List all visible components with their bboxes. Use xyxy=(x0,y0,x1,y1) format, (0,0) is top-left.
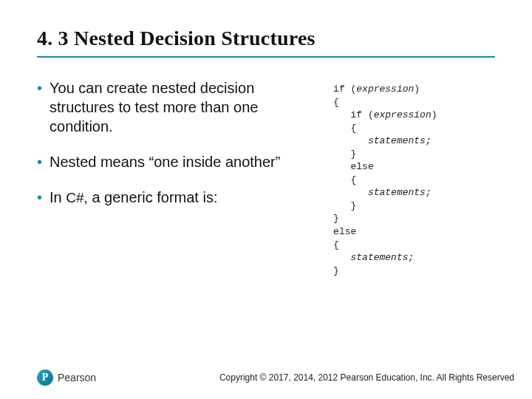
bullet-text-part: a generic format is: xyxy=(92,189,217,205)
code-line: { xyxy=(333,174,356,185)
footer: P Pearson Copyright © 2017, 2014, 2012 P… xyxy=(37,369,514,386)
code-line xyxy=(333,135,368,146)
publisher-logo: P Pearson xyxy=(37,369,96,386)
bullet-dot-icon: • xyxy=(37,78,42,136)
code-line: ) xyxy=(432,109,437,120)
bullet-text: You can create nested decision structure… xyxy=(50,78,320,136)
bullet-text-part: In xyxy=(50,189,62,205)
code-line: else xyxy=(333,226,356,237)
code-line: { xyxy=(333,123,356,134)
bullet-text: Nested means “one inside another” xyxy=(50,152,320,171)
code-line: } xyxy=(333,265,339,276)
language-label: C#, xyxy=(66,190,88,205)
code-line: if ( xyxy=(333,109,374,120)
code-statements: statements; xyxy=(351,252,415,263)
code-line: ) xyxy=(414,83,420,95)
bullet-item: • You can create nested decision structu… xyxy=(37,78,320,136)
code-line: } xyxy=(333,149,356,160)
code-line: else xyxy=(333,161,374,172)
slide-title: 4. 3 Nested Decision Structures xyxy=(37,27,495,58)
code-line: } xyxy=(333,213,339,224)
code-line: if ( xyxy=(333,83,356,95)
code-line xyxy=(333,187,368,198)
code-line: { xyxy=(333,239,339,250)
copyright-text: Copyright © 2017, 2014, 2012 Pearson Edu… xyxy=(219,372,514,383)
bullet-text: In C#, a generic format is: xyxy=(50,188,320,208)
bullet-item: • Nested means “one inside another” xyxy=(37,152,320,171)
code-statements: statements; xyxy=(368,135,432,146)
code-expression: expression xyxy=(356,83,414,95)
content-area: • You can create nested decision structu… xyxy=(37,78,495,277)
code-line xyxy=(333,252,350,263)
code-statements: statements; xyxy=(368,187,432,198)
code-line: } xyxy=(333,200,356,211)
code-line: { xyxy=(333,97,339,108)
bullet-column: • You can create nested decision structu… xyxy=(37,78,320,277)
bullet-item: • In C#, a generic format is: xyxy=(37,188,320,208)
bullet-dot-icon: • xyxy=(37,152,42,171)
code-expression: expression xyxy=(374,109,432,120)
code-block: if (expression) { if (expression) { stat… xyxy=(333,78,495,277)
logo-mark-icon: P xyxy=(37,369,53,386)
bullet-dot-icon: • xyxy=(37,188,42,208)
logo-name: Pearson xyxy=(58,372,96,383)
